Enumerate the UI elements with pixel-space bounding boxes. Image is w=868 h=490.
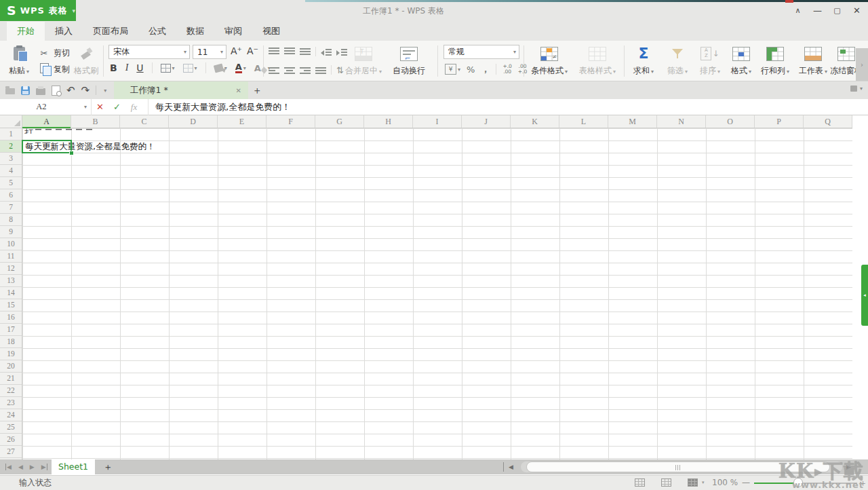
active-cell-selection[interactable] xyxy=(22,140,72,153)
column-header-E[interactable]: E xyxy=(218,115,267,128)
row-header-25[interactable]: 25 xyxy=(0,421,22,434)
redo-button[interactable]: ↷ xyxy=(81,81,90,99)
row-header-13[interactable]: 13 xyxy=(0,275,22,287)
open-file-icon[interactable] xyxy=(5,88,15,94)
row-header-5[interactable]: 5 xyxy=(0,177,22,189)
copy-button[interactable]: 复制 xyxy=(38,61,70,77)
row-header-11[interactable]: 11 xyxy=(0,250,22,263)
confirm-entry-button[interactable]: ✓ xyxy=(108,102,125,112)
shrink-font-button[interactable]: A⁻ xyxy=(247,45,258,56)
row-header-8[interactable]: 8 xyxy=(0,214,22,226)
row-header-27[interactable]: 27 xyxy=(0,446,22,458)
minimize-button[interactable]: — xyxy=(808,0,827,22)
customize-toolbar-button[interactable]: ▾ xyxy=(104,88,106,94)
column-header-G[interactable]: G xyxy=(315,115,364,128)
row-header-12[interactable]: 12 xyxy=(0,263,22,275)
align-right-button[interactable] xyxy=(300,66,311,75)
menu-tab-view[interactable]: 视图 xyxy=(252,22,290,41)
menu-tab-review[interactable]: 审阅 xyxy=(214,22,252,41)
row-header-17[interactable]: 17 xyxy=(0,324,22,336)
justify-button[interactable] xyxy=(315,66,326,75)
ribbon-expand-tab[interactable]: › xyxy=(856,48,868,81)
document-tab[interactable]: 工作簿1 * ✕ xyxy=(114,81,248,99)
row-header-22[interactable]: 22 xyxy=(0,385,22,397)
last-sheet-button[interactable]: ▶ xyxy=(41,464,47,470)
row-header-15[interactable]: 15 xyxy=(0,299,22,312)
rows-columns-button[interactable]: 行和列▾ xyxy=(755,43,795,77)
menu-tab-insert[interactable]: 插入 xyxy=(45,22,83,41)
scroll-left-arrow[interactable]: ◀ xyxy=(509,459,513,474)
number-format-combo[interactable]: 常规 ▾ xyxy=(443,45,519,59)
row-header-7[interactable]: 7 xyxy=(0,202,22,214)
merge-center-button[interactable]: T 合并居中▾ xyxy=(343,43,384,77)
cancel-entry-button[interactable]: ✕ xyxy=(92,102,108,112)
row-header-1[interactable]: 1 xyxy=(0,128,22,140)
underline-button[interactable]: U xyxy=(136,62,143,73)
normal-view-icon[interactable] xyxy=(635,478,645,487)
column-header-I[interactable]: I xyxy=(413,115,462,128)
page-break-view-icon[interactable] xyxy=(688,478,698,487)
fill-color-button[interactable]: ▾ xyxy=(214,64,227,72)
row-header-14[interactable]: 14 xyxy=(0,287,22,299)
column-header-A[interactable]: A xyxy=(22,115,71,128)
row-header-16[interactable]: 16 xyxy=(0,312,22,324)
maximize-button[interactable]: ▢ xyxy=(827,0,847,22)
format-button[interactable]: 格式▾ xyxy=(726,43,757,77)
save-icon[interactable] xyxy=(21,86,30,95)
horizontal-scrollbar[interactable] xyxy=(521,461,842,472)
borders-button[interactable]: ▾ xyxy=(161,64,175,73)
paste-button[interactable]: 粘贴▾ xyxy=(4,43,34,77)
side-panel-toggle[interactable]: ◂ xyxy=(861,265,868,326)
table-style-button[interactable]: 表格样式▾ xyxy=(575,43,620,77)
column-header-M[interactable]: M xyxy=(608,115,657,128)
row-header-21[interactable]: 21 xyxy=(0,373,22,385)
align-middle-button[interactable] xyxy=(284,48,295,56)
italic-button[interactable]: I xyxy=(125,62,129,73)
align-top-button[interactable] xyxy=(269,48,279,56)
menu-tab-formulas[interactable]: 公式 xyxy=(138,22,176,41)
sum-button[interactable]: Σ 求和▾ xyxy=(628,43,659,77)
prev-sheet-button[interactable]: ◀ xyxy=(18,464,23,470)
column-header-O[interactable]: O xyxy=(706,115,755,128)
insert-function-button[interactable]: fx xyxy=(125,102,142,113)
cut-button[interactable]: ✂ 剪切 xyxy=(38,45,70,61)
row-header-20[interactable]: 20 xyxy=(0,360,22,373)
fill-handle[interactable] xyxy=(69,151,74,155)
select-all-corner[interactable] xyxy=(0,115,22,128)
name-box[interactable]: A2 ▾ xyxy=(0,99,92,115)
column-header-C[interactable]: C xyxy=(120,115,169,128)
decrease-indent-button[interactable] xyxy=(321,48,332,56)
comma-format-button[interactable]: ， xyxy=(481,63,490,75)
scroll-right-arrow[interactable]: ▶ xyxy=(846,459,851,474)
collapse-ribbon-button[interactable]: ∧ xyxy=(788,0,808,22)
menu-tab-home[interactable]: 开始 xyxy=(7,22,45,41)
row-header-2[interactable]: 2 xyxy=(0,140,22,153)
add-sheet-button[interactable]: ＋ xyxy=(100,459,115,474)
column-header-L[interactable]: L xyxy=(559,115,608,128)
row-header-6[interactable]: 6 xyxy=(0,189,22,202)
column-header-F[interactable]: F xyxy=(267,115,315,128)
row-header-23[interactable]: 23 xyxy=(0,397,22,409)
row-header-9[interactable]: 9 xyxy=(0,226,22,238)
row-header-24[interactable]: 24 xyxy=(0,409,22,421)
zoom-out-button[interactable]: — xyxy=(742,476,750,490)
cells-area[interactable] xyxy=(22,128,852,459)
column-header-P[interactable]: P xyxy=(755,115,804,128)
sort-button[interactable]: AZ↓ 排序▾ xyxy=(694,43,726,77)
filter-button[interactable]: 筛选▾ xyxy=(662,43,693,77)
zoom-in-button[interactable]: ＋ xyxy=(859,476,867,490)
print-preview-icon[interactable] xyxy=(52,86,60,96)
font-name-combo[interactable]: 宋体 ▾ xyxy=(108,45,190,59)
grow-font-button[interactable]: A⁺ xyxy=(231,45,242,56)
new-document-button[interactable]: ＋ xyxy=(250,81,264,99)
increase-decimal-button[interactable]: +.0.00 xyxy=(502,64,511,75)
wps-logo-button[interactable]: S WPS 表格 ▾ xyxy=(0,0,76,21)
currency-format-button[interactable]: ¥ ▾ xyxy=(445,64,460,75)
worksheet-button[interactable]: 工作表▾ xyxy=(795,43,831,77)
align-left-button[interactable] xyxy=(269,66,279,75)
tabrow-layout-button[interactable]: ▾ xyxy=(850,86,863,92)
row-header-26[interactable]: 26 xyxy=(0,434,22,446)
undo-button[interactable]: ↶ xyxy=(66,81,75,99)
next-sheet-button[interactable]: ▶ xyxy=(30,464,35,470)
first-sheet-button[interactable]: ◀ xyxy=(5,464,12,470)
